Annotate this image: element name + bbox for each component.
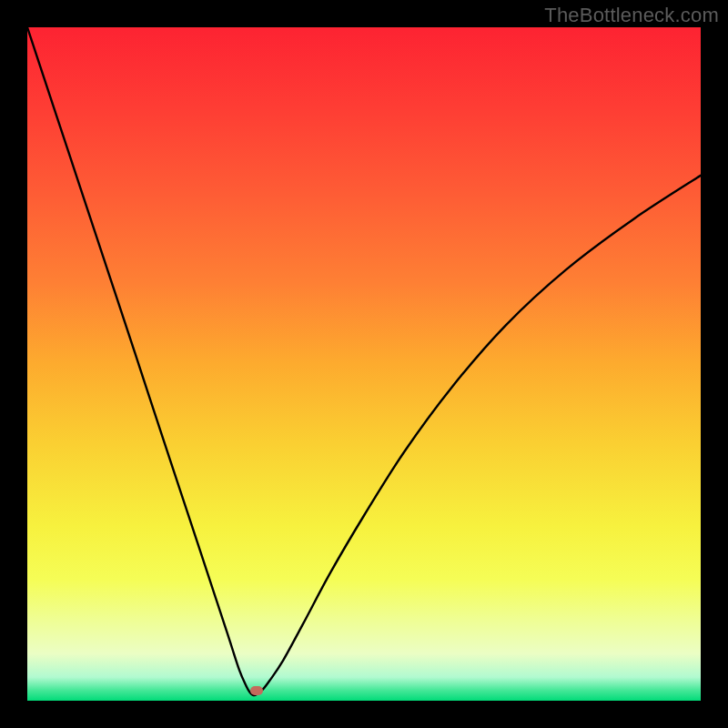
- watermark-text: TheBottleneck.com: [544, 4, 719, 27]
- bottleneck-curve: [27, 27, 701, 701]
- chart-frame: TheBottleneck.com: [0, 0, 728, 728]
- plot-area: [27, 27, 701, 701]
- minimum-marker: [250, 686, 263, 695]
